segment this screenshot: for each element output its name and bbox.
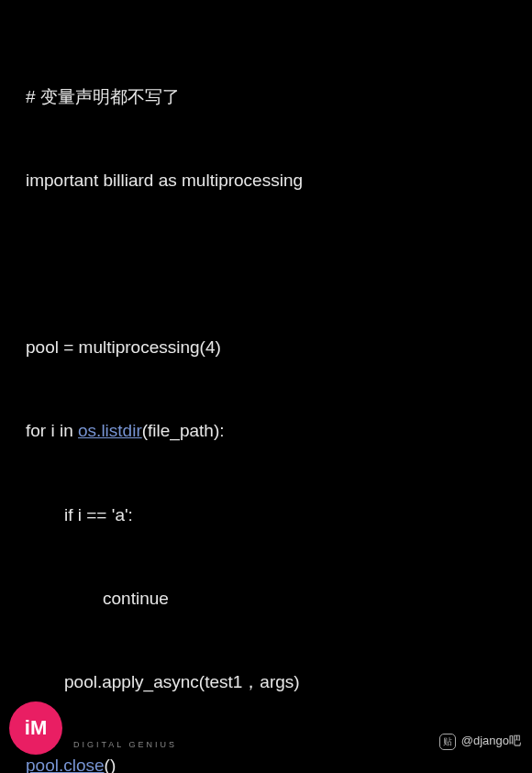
code-text: () — [105, 756, 116, 773]
corner-group: 贴 @django吧 — [439, 732, 521, 751]
handle-text: @django吧 — [461, 732, 521, 751]
tagline: DIGITAL GENIUS — [73, 738, 177, 751]
code-line: pool.close() — [26, 752, 506, 773]
link-pool-close[interactable]: pool.close — [26, 756, 105, 773]
avatar-badge[interactable]: iM — [9, 701, 62, 755]
code-line: pool.apply_async(test1，args) — [26, 668, 506, 696]
code-text: for i in — [26, 421, 78, 440]
sticker-icon[interactable]: 贴 — [439, 734, 456, 750]
code-line: # 变量声明都不写了 — [26, 83, 506, 111]
code-text: (file_path): — [142, 421, 225, 440]
avatar-text: iM — [25, 712, 47, 744]
code-line: for i in os.listdir(file_path): — [26, 417, 506, 445]
code-line: pool = multiprocessing(4) — [26, 334, 506, 361]
code-line: continue — [26, 585, 506, 613]
code-line — [26, 250, 506, 278]
code-line: if i == 'a': — [26, 502, 506, 529]
code-line: important billiard as multiprocessing — [26, 167, 506, 194]
code-block: # 变量声明都不写了 important billiard as multipr… — [26, 28, 506, 773]
link-os-listdir[interactable]: os.listdir — [78, 421, 142, 440]
